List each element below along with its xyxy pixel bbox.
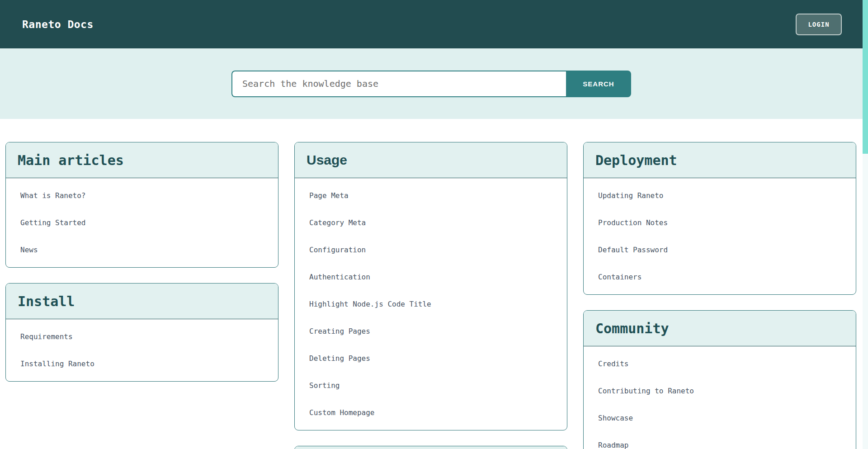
card-item-default-password[interactable]: Default Password xyxy=(584,236,856,263)
card-column-1: Main articlesWhat is Raneto?Getting Star… xyxy=(5,142,278,382)
card-usage: UsagePage MetaCategory MetaConfiguration… xyxy=(294,142,567,430)
card-item-highlight-node-js-code-title[interactable]: Highlight Node.js Code Title xyxy=(295,290,567,317)
card-column-3: DeploymentUpdating RanetoProduction Note… xyxy=(583,142,856,449)
card-item-sorting[interactable]: Sorting xyxy=(295,372,567,399)
card-item-installing-raneto[interactable]: Installing Raneto xyxy=(6,350,278,377)
card-body: CreditsContributing to RanetoShowcaseRoa… xyxy=(584,346,856,449)
card-item-news[interactable]: News xyxy=(6,236,278,263)
card-item-contributing-to-raneto[interactable]: Contributing to Raneto xyxy=(584,377,856,404)
card-item-credits[interactable]: Credits xyxy=(584,350,856,377)
card-community: CommunityCreditsContributing to RanetoSh… xyxy=(583,310,856,449)
card-item-creating-pages[interactable]: Creating Pages xyxy=(295,317,567,345)
content: Raneto Docs LOGIN SEARCH Main articlesWh… xyxy=(0,0,863,449)
card-item-containers[interactable]: Containers xyxy=(584,263,856,290)
card-item-configuration[interactable]: Configuration xyxy=(295,236,567,263)
card-body: RequirementsInstalling Raneto xyxy=(6,319,278,381)
card-untitled xyxy=(294,446,567,449)
card-header: Install xyxy=(6,284,278,319)
card-body: Updating RanetoProduction NotesDefault P… xyxy=(584,178,856,294)
card-item-authentication[interactable]: Authentication xyxy=(295,263,567,290)
card-item-updating-raneto[interactable]: Updating Raneto xyxy=(584,182,856,209)
card-header: Main articles xyxy=(6,142,278,178)
card-item-page-meta[interactable]: Page Meta xyxy=(295,182,567,209)
card-main-articles: Main articlesWhat is Raneto?Getting Star… xyxy=(5,142,278,268)
card-item-requirements[interactable]: Requirements xyxy=(6,323,278,350)
card-header: Deployment xyxy=(584,142,856,178)
hero-search-section: SEARCH xyxy=(0,48,863,119)
search-input[interactable] xyxy=(231,71,566,97)
page: Raneto Docs LOGIN SEARCH Main articlesWh… xyxy=(0,0,868,449)
card-header: Usage xyxy=(295,142,567,178)
login-button[interactable]: LOGIN xyxy=(796,14,842,35)
card-body: What is Raneto?Getting StartedNews xyxy=(6,178,278,267)
card-title: Deployment xyxy=(595,152,677,168)
card-item-production-notes[interactable]: Production Notes xyxy=(584,209,856,236)
cards-grid: Main articlesWhat is Raneto?Getting Star… xyxy=(0,119,863,449)
card-title: Community xyxy=(595,321,669,336)
card-header: Community xyxy=(584,311,856,346)
site-title: Raneto Docs xyxy=(22,19,94,30)
page-scrollbar[interactable] xyxy=(863,0,868,449)
scrollbar-thumb[interactable] xyxy=(863,0,868,154)
card-title: Main articles xyxy=(18,152,124,168)
card-item-what-is-raneto[interactable]: What is Raneto? xyxy=(6,182,278,209)
card-item-getting-started[interactable]: Getting Started xyxy=(6,209,278,236)
card-column-2: UsagePage MetaCategory MetaConfiguration… xyxy=(294,142,567,449)
card-item-showcase[interactable]: Showcase xyxy=(584,404,856,431)
card-item-custom-homepage[interactable]: Custom Homepage xyxy=(295,399,567,426)
card-deployment: DeploymentUpdating RanetoProduction Note… xyxy=(583,142,856,295)
topbar: Raneto Docs LOGIN xyxy=(0,0,863,48)
card-item-roadmap[interactable]: Roadmap xyxy=(584,431,856,449)
card-install: InstallRequirementsInstalling Raneto xyxy=(5,283,278,382)
card-title: Usage xyxy=(307,152,347,168)
card-item-category-meta[interactable]: Category Meta xyxy=(295,209,567,236)
card-header xyxy=(295,446,567,449)
card-item-deleting-pages[interactable]: Deleting Pages xyxy=(295,345,567,372)
search-form: SEARCH xyxy=(231,71,631,97)
card-title: Install xyxy=(18,293,75,309)
card-body: Page MetaCategory MetaConfigurationAuthe… xyxy=(295,178,567,430)
search-button[interactable]: SEARCH xyxy=(566,71,631,97)
